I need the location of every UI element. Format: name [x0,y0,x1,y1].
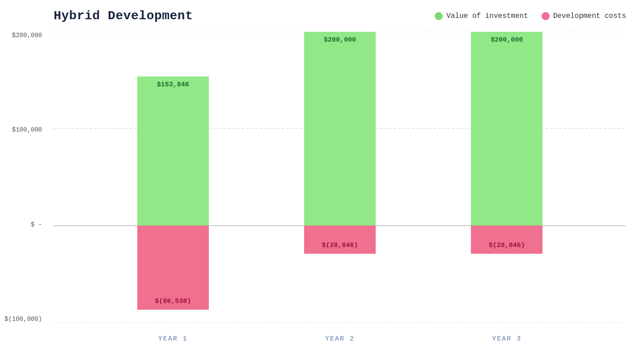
y-label-zero: $ - [4,221,42,228]
bar-label-neg-1: $(86,538) [155,298,191,305]
chart-container: Hybrid Development Value of investment D… [0,0,644,358]
y-label-neg100k: $(100,000) [4,315,42,323]
bar-positive-3: $200,000 [471,32,542,226]
bar-negative-1: $(86,538) [137,226,209,309]
bar-label-pos-3: $200,000 [491,36,523,44]
bar-group-1: $153,846$(86,538) [128,32,218,323]
bar-negative-2: $(28,846) [304,226,376,253]
legend-dot-green [435,12,443,20]
legend-item-investment: Value of investment [435,12,528,20]
bar-label-neg-3: $(28,846) [489,242,525,249]
x-label-2: YEAR 2 [295,335,385,343]
y-label-200k: $200,000 [4,32,42,39]
chart-header: Hybrid Development Value of investment D… [54,9,626,23]
y-axis-labels: $200,000 $100,000 $ - $(100,000) [4,32,42,323]
x-label-3: YEAR 3 [462,335,551,343]
legend-label-costs: Development costs [553,12,626,20]
legend: Value of investment Development costs [435,12,626,20]
bar-label-pos-2: $200,000 [324,36,356,44]
bar-negative-3: $(28,846) [471,226,542,253]
bar-label-pos-1: $153,846 [157,81,189,89]
bar-positive-1: $153,846 [137,77,209,226]
bar-group-2: $200,000$(28,846) [295,32,385,323]
y-label-100k: $100,000 [4,126,42,133]
legend-label-investment: Value of investment [446,12,528,20]
x-axis-labels: YEAR 1YEAR 2YEAR 3 [54,335,626,343]
bar-group-3: $200,000$(28,846) [462,32,551,323]
chart-title: Hybrid Development [54,9,193,23]
bars-wrapper: $153,846$(86,538)$200,000$(28,846)$200,0… [54,32,626,323]
legend-item-costs: Development costs [542,12,626,20]
bar-positive-2: $200,000 [304,32,376,226]
bar-label-neg-2: $(28,846) [322,242,358,249]
x-label-1: YEAR 1 [128,335,218,343]
legend-dot-pink [542,12,550,20]
chart-area: $200,000 $100,000 $ - $(100,000) $153,84… [54,32,626,323]
